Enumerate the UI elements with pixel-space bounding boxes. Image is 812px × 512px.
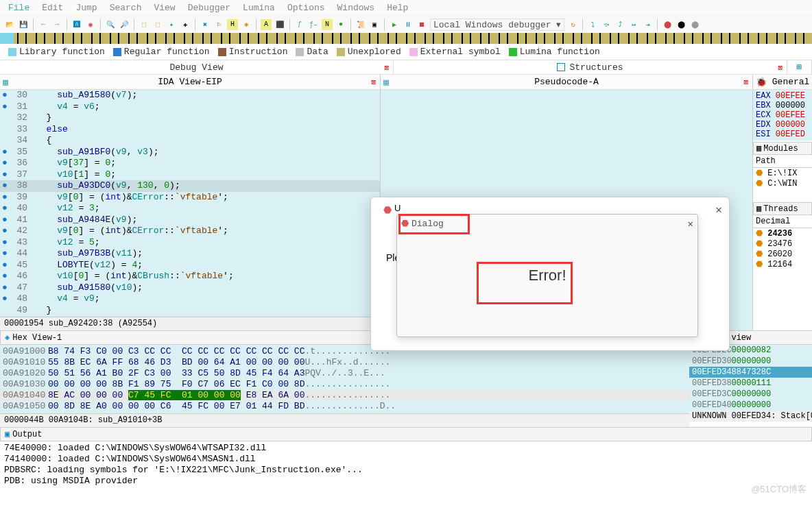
- xref-icon[interactable]: ✖: [200, 19, 211, 30]
- tool-icon[interactable]: ◉: [85, 19, 96, 30]
- code-line[interactable]: ●47 sub_A91580(v10);: [0, 282, 380, 294]
- view-icon[interactable]: ✦: [166, 19, 177, 30]
- stack-view-body[interactable]: 00EFED2C 0000008200EFED30 0000000000EFED…: [689, 345, 812, 411]
- output-header[interactable]: ▣Output: [0, 427, 812, 441]
- threads-header[interactable]: ▦Threads: [753, 202, 812, 215]
- menu-help[interactable]: Help: [387, 3, 408, 12]
- navigation-band[interactable]: [0, 33, 812, 44]
- step-out-icon[interactable]: ⤴: [614, 19, 625, 30]
- menu-options[interactable]: Options: [287, 3, 325, 12]
- code-line[interactable]: ●44 sub_A97B3B(v11);: [0, 248, 380, 260]
- pseudocode-header[interactable]: ▦ Pseudocode-A ⊠: [381, 75, 752, 90]
- close-icon[interactable]: ✕: [688, 218, 693, 230]
- code-line[interactable]: ●30 sub_A91580(v7);: [0, 90, 380, 101]
- search-text-icon[interactable]: 🔍: [105, 19, 116, 30]
- disasm-view[interactable]: ●30 sub_A91580(v7);●31 v4 = v6; 32 } 33 …: [0, 90, 380, 317]
- threads-list[interactable]: ⬣ 24236⬣ 23476⬣ 26020⬣ 12164: [753, 228, 812, 269]
- stack-row[interactable]: 00EFED40 00000000: [689, 400, 812, 411]
- code-line[interactable]: 33 else: [0, 124, 380, 136]
- stop-debug-icon[interactable]: ⏹: [416, 19, 427, 30]
- fwd-icon[interactable]: →: [51, 19, 62, 30]
- code-line[interactable]: ●39 v9[0] = (int)&CError::`vftable';: [0, 192, 380, 204]
- menu-windows[interactable]: Windows: [337, 3, 375, 12]
- register-row[interactable]: ECX 00EFEE: [753, 110, 812, 120]
- refresh-icon[interactable]: ↻: [567, 19, 578, 30]
- code-line[interactable]: ●36 v9[37] = 0;: [0, 158, 380, 169]
- hex-icon[interactable]: H: [227, 19, 238, 30]
- code-line[interactable]: ●46 v10[0] = (int)&CBrush::`vftable';: [0, 271, 380, 282]
- view-icon[interactable]: ✚: [180, 19, 191, 30]
- ida-view-header[interactable]: ▦ IDA View-EIP ⊠: [0, 75, 380, 90]
- module-row[interactable]: ⬣ C:\WIN: [753, 178, 812, 188]
- thread-row[interactable]: ⬣ 12164: [753, 259, 812, 269]
- script-icon[interactable]: 📜: [355, 19, 366, 30]
- cursor-icon[interactable]: ⇥: [642, 19, 653, 30]
- close-icon[interactable]: ⊠: [371, 77, 376, 86]
- menu-view[interactable]: View: [154, 3, 175, 12]
- thread-row[interactable]: ⬣ 23476: [753, 239, 812, 249]
- general-reg-header[interactable]: 🐞 General: [753, 75, 812, 90]
- menu-debugger[interactable]: Debugger: [188, 3, 230, 12]
- hex-view-body[interactable]: 00A91000 B8 74 F3 C0 00 C3 CC CC CC CC C…: [0, 345, 689, 413]
- tab-debug-view[interactable]: Debug View ⊠: [0, 60, 394, 74]
- tab-extra[interactable]: ⊞: [787, 60, 812, 74]
- hex-row[interactable]: 00A91030 00 00 00 00 8B F1 89 75 F0 C7 0…: [0, 379, 689, 390]
- code-line[interactable]: ●40 v12 = 3;: [0, 203, 380, 215]
- bp-off-icon[interactable]: ⬤: [689, 19, 700, 30]
- close-icon[interactable]: ✕: [715, 203, 722, 217]
- menu-search[interactable]: Search: [110, 3, 142, 12]
- note-icon[interactable]: N: [322, 19, 333, 30]
- close-icon[interactable]: ⊠: [778, 63, 783, 72]
- pause-icon[interactable]: ⏸: [403, 19, 414, 30]
- view-icon[interactable]: ⬚: [139, 19, 150, 30]
- func-icon[interactable]: ƒ: [294, 19, 305, 30]
- bp-list-icon[interactable]: ⬤̷: [676, 19, 686, 30]
- close-icon[interactable]: ⊠: [743, 77, 748, 86]
- step-into-icon[interactable]: ⤵: [587, 19, 598, 30]
- rec-icon[interactable]: ●: [335, 19, 346, 30]
- register-row[interactable]: EDX 000000: [753, 120, 812, 130]
- run-icon[interactable]: ▶: [389, 19, 400, 30]
- code-line[interactable]: ●45 LOBYTE(v12) = 4;: [0, 260, 380, 271]
- code-line[interactable]: ●35 sub_A91BF0(v9, v3);: [0, 147, 380, 158]
- stop-icon[interactable]: ⬛: [274, 19, 285, 30]
- run-to-icon[interactable]: ↦: [628, 19, 639, 30]
- bp-icon[interactable]: ⬤: [662, 19, 673, 30]
- register-row[interactable]: EAX 00EFEE: [753, 91, 812, 101]
- func-icon[interactable]: ƒ̵: [308, 19, 319, 30]
- register-row[interactable]: EBX 000000: [753, 101, 812, 110]
- thread-row[interactable]: ⬣ 24236: [753, 228, 812, 239]
- register-row[interactable]: ESI 00EFED: [753, 130, 812, 139]
- modules-list[interactable]: ⬣ E:\!IX⬣ C:\WIN: [753, 168, 812, 188]
- code-line[interactable]: 34 {: [0, 135, 380, 147]
- search-bin-icon[interactable]: 🔎: [119, 19, 130, 30]
- stack-row[interactable]: 00EFED3C 00000000: [689, 389, 812, 400]
- thread-row[interactable]: ⬣ 26020: [753, 249, 812, 259]
- close-icon[interactable]: ⊠: [384, 63, 389, 72]
- hex-row[interactable]: 00A91040 8E AC 00 00 00 C7 45 FC 01 00 0…: [0, 390, 689, 401]
- hex-row[interactable]: 00A91050 00 8D 8E A0 00 00 00 C6 45 FC 0…: [0, 401, 689, 412]
- open-icon[interactable]: 📂: [4, 19, 15, 30]
- tool-icon[interactable]: 🅰: [71, 19, 82, 30]
- view-icon[interactable]: ⬚: [152, 19, 163, 30]
- code-line[interactable]: ●41 sub_A9484E(v9);: [0, 215, 380, 226]
- code-line[interactable]: ●48 v4 = v9;: [0, 293, 380, 305]
- debugger-dropdown[interactable]: Local Windows debugger ▾: [430, 19, 564, 31]
- output-body[interactable]: 74E40000: loaded C:\WINDOWS\SysWOW64\WTS…: [0, 441, 812, 488]
- tab-structures[interactable]: Structures ⊠: [394, 60, 787, 74]
- menu-edit[interactable]: Edit: [42, 3, 63, 12]
- mark-icon[interactable]: ✱: [241, 19, 252, 30]
- code-line[interactable]: ●31 v4 = v6;: [0, 101, 380, 113]
- stack-row[interactable]: 00EFED34 8847328C: [689, 367, 812, 378]
- code-line[interactable]: ●43 v12 = 5;: [0, 237, 380, 249]
- label-icon[interactable]: A: [261, 19, 272, 30]
- code-line[interactable]: 32 }: [0, 112, 380, 124]
- modules-header[interactable]: ▦Modules: [753, 142, 812, 155]
- step-over-icon[interactable]: ⤼: [601, 19, 612, 30]
- save-icon[interactable]: 💾: [18, 19, 29, 30]
- hex-row[interactable]: 00A91020 50 51 56 A1 B0 2F C3 00 33 C5 5…: [0, 368, 689, 379]
- hex-row[interactable]: 00A91010 55 8B EC 6A FF 68 46 D3 BD 00 6…: [0, 357, 689, 368]
- menu-file[interactable]: File: [8, 3, 29, 12]
- code-line[interactable]: ●38 sub_A93DC0(v9, 130, 0);: [0, 180, 380, 192]
- code-line[interactable]: ●37 v10[1] = 0;: [0, 169, 380, 181]
